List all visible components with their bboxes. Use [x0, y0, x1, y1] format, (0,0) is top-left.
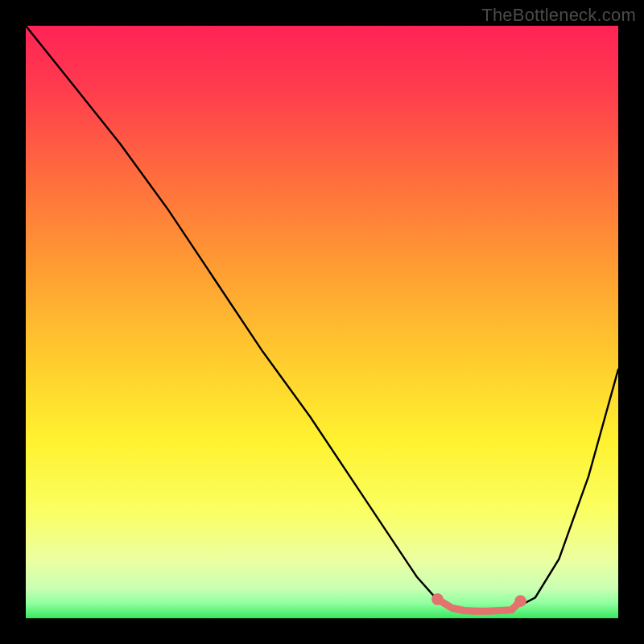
bottleneck-curve: [26, 26, 618, 611]
watermark-text: TheBottleneck.com: [481, 5, 636, 26]
curve-layer: [26, 26, 618, 618]
band-start-dot: [431, 593, 444, 605]
band-end-dot: [514, 595, 526, 607]
optimal-band: [438, 599, 521, 611]
chart-frame: TheBottleneck.com: [0, 0, 644, 644]
plot-area: [26, 26, 618, 618]
